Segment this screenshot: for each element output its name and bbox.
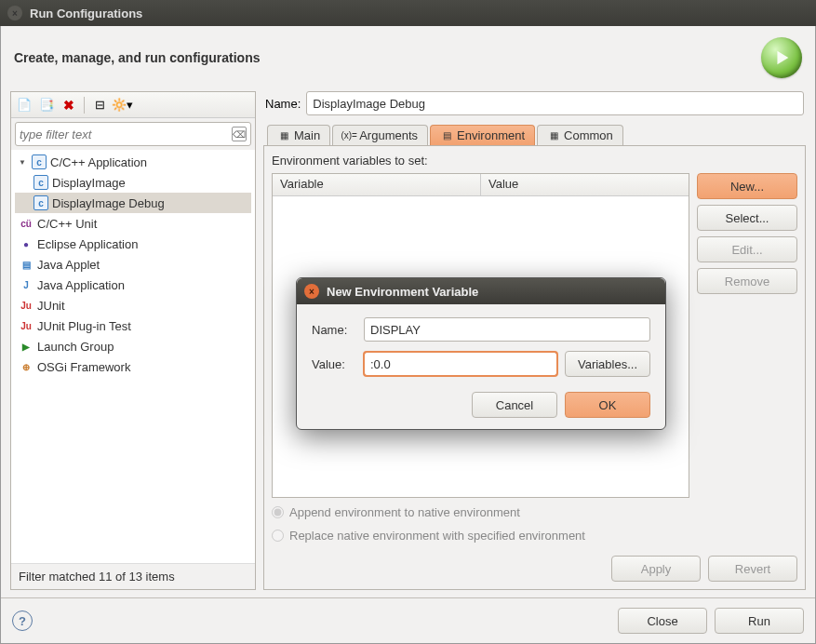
variables-button[interactable]: Variables... bbox=[565, 351, 650, 377]
window-titlebar: × Run Configurations bbox=[0, 0, 816, 26]
env-name-input[interactable] bbox=[364, 317, 650, 342]
window-title: Run Configurations bbox=[30, 7, 142, 20]
filter-match-text: Filter matched 11 of 13 items bbox=[11, 563, 255, 589]
tab-icon: ▦ bbox=[547, 129, 560, 142]
filter-icon[interactable]: 🔆▾ bbox=[113, 96, 131, 114]
tab-label: Main bbox=[294, 128, 320, 142]
tree-item-label: Eclipse Application bbox=[37, 237, 138, 251]
tree-item-icon: c bbox=[32, 154, 47, 169]
run-button[interactable]: Run bbox=[715, 608, 804, 634]
tree-item[interactable]: ●Eclipse Application bbox=[15, 234, 251, 254]
left-panel: 📄 📑 ✖ ⊟ 🔆▾ ⌫ cC/C++ ApplicationcDisplayI… bbox=[10, 91, 256, 590]
tab-label: Environment bbox=[457, 128, 525, 142]
tab-environment[interactable]: ▤Environment bbox=[430, 125, 535, 145]
tree-item-label: C/C++ Unit bbox=[37, 217, 97, 231]
config-name-input[interactable] bbox=[306, 91, 804, 115]
tree-child-item[interactable]: cDisplayImage bbox=[15, 172, 251, 193]
tree-item-label: DisplayImage Debug bbox=[52, 196, 165, 210]
dialog-ok-button[interactable]: OK bbox=[565, 392, 650, 418]
tree-item[interactable]: JJava Application bbox=[15, 275, 251, 295]
tab-icon: ▦ bbox=[277, 129, 290, 142]
radio-append: Append environment to native environment bbox=[272, 505, 797, 519]
new-config-icon[interactable]: 📄 bbox=[15, 96, 33, 114]
radio-replace-input bbox=[272, 530, 284, 542]
radio-append-input bbox=[272, 506, 284, 518]
close-button[interactable]: Close bbox=[618, 608, 707, 634]
tree-item[interactable]: ▤Java Applet bbox=[15, 254, 251, 275]
edit-env-button: Edit... bbox=[697, 236, 797, 262]
tree-item-label: JUnit Plug-in Test bbox=[37, 319, 131, 333]
toolbar-separator bbox=[84, 97, 85, 114]
tree-child-item[interactable]: cDisplayImage Debug bbox=[15, 193, 251, 213]
tree-item[interactable]: cC/C++ Application bbox=[15, 152, 251, 172]
name-label: Name: bbox=[265, 97, 301, 111]
tree-item-label: Java Application bbox=[37, 278, 125, 292]
tree-item-icon: Ju bbox=[19, 318, 33, 333]
tree-item-icon: ● bbox=[19, 236, 33, 251]
svg-marker-0 bbox=[777, 51, 788, 65]
delete-config-icon[interactable]: ✖ bbox=[60, 96, 78, 114]
window-close-icon[interactable]: × bbox=[7, 6, 22, 20]
config-tree[interactable]: cC/C++ ApplicationcDisplayImagecDisplayI… bbox=[11, 150, 255, 563]
clear-filter-icon[interactable]: ⌫ bbox=[232, 127, 247, 141]
left-toolbar: 📄 📑 ✖ ⊟ 🔆▾ bbox=[11, 92, 255, 118]
dialog-close-icon[interactable]: × bbox=[304, 284, 319, 299]
tab-icon: (x)= bbox=[342, 129, 355, 142]
tree-item-icon: c bbox=[33, 195, 48, 210]
tab-bar: ▦Main(x)=Arguments▤Environment▦Common bbox=[263, 121, 806, 145]
tab-common[interactable]: ▦Common bbox=[537, 125, 623, 145]
tab-main[interactable]: ▦Main bbox=[267, 125, 330, 145]
select-env-button[interactable]: Select... bbox=[697, 205, 797, 231]
table-header-value: Value bbox=[481, 174, 689, 195]
tab-label: Arguments bbox=[359, 128, 418, 142]
collapse-all-icon[interactable]: ⊟ bbox=[90, 96, 109, 114]
tree-item-label: JUnit bbox=[37, 299, 65, 313]
dialog-cancel-button[interactable]: Cancel bbox=[472, 392, 557, 418]
tree-item[interactable]: JuJUnit bbox=[15, 295, 251, 315]
tree-item-label: DisplayImage bbox=[52, 176, 126, 190]
tree-item-icon: J bbox=[19, 277, 33, 292]
table-header-variable: Variable bbox=[273, 174, 481, 195]
tab-icon: ▤ bbox=[440, 129, 453, 142]
filter-input[interactable] bbox=[20, 127, 232, 141]
run-icon bbox=[761, 37, 802, 78]
tab-label: Common bbox=[564, 128, 613, 142]
tree-item[interactable]: cüC/C++ Unit bbox=[15, 213, 251, 234]
new-env-variable-dialog: × New Environment Variable Name: Value: … bbox=[296, 277, 666, 430]
apply-button: Apply bbox=[611, 556, 701, 582]
remove-env-button: Remove bbox=[697, 268, 797, 294]
radio-replace: Replace native environment with specifie… bbox=[272, 529, 797, 543]
tree-item-icon: ⊕ bbox=[19, 359, 33, 374]
new-env-button[interactable]: New... bbox=[697, 173, 797, 199]
revert-button: Revert bbox=[708, 556, 797, 582]
tree-item-icon: c bbox=[33, 175, 48, 190]
dialog-title: New Environment Variable bbox=[327, 285, 478, 299]
tree-item-label: C/C++ Application bbox=[50, 155, 147, 169]
filter-input-wrap: ⌫ bbox=[15, 122, 251, 146]
duplicate-config-icon[interactable]: 📑 bbox=[37, 96, 56, 114]
tree-item[interactable]: JuJUnit Plug-in Test bbox=[15, 315, 251, 336]
tree-item[interactable]: ▶Launch Group bbox=[15, 336, 251, 356]
env-value-label: Value: bbox=[312, 357, 356, 371]
tree-item-icon: Ju bbox=[19, 298, 33, 313]
env-section-label: Environment variables to set: bbox=[272, 154, 797, 168]
tree-item-icon: ▶ bbox=[19, 339, 33, 354]
tree-item-icon: cü bbox=[19, 216, 33, 231]
env-value-input[interactable] bbox=[364, 352, 557, 376]
tree-item[interactable]: ⊕OSGi Framework bbox=[15, 356, 251, 377]
tree-item-icon: ▤ bbox=[19, 257, 33, 272]
env-name-label: Name: bbox=[312, 323, 356, 337]
page-title: Create, manage, and run configurations bbox=[14, 50, 261, 65]
tree-item-label: OSGi Framework bbox=[37, 360, 130, 374]
tab-arguments[interactable]: (x)=Arguments bbox=[332, 125, 428, 145]
help-icon[interactable]: ? bbox=[12, 610, 33, 631]
tree-item-label: Launch Group bbox=[37, 340, 114, 354]
tree-item-label: Java Applet bbox=[37, 258, 100, 272]
